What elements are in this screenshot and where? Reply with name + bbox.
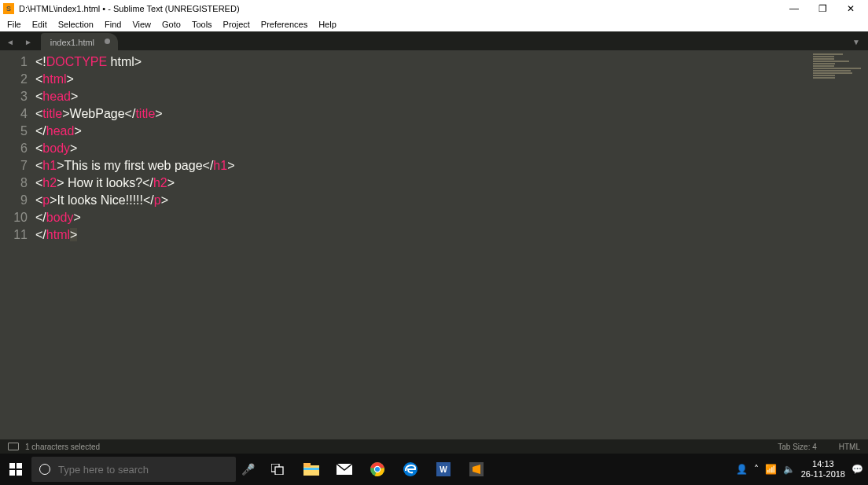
code-line[interactable]: <p>It looks Nice!!!!!</p>: [35, 192, 813, 209]
unsaved-dot-icon: [105, 39, 110, 44]
svg-rect-1: [17, 463, 22, 468]
svg-rect-3: [17, 470, 22, 476]
tray-chevron-up-icon[interactable]: ˄: [754, 464, 759, 475]
word-icon[interactable]: W: [429, 454, 458, 485]
code-content[interactable]: <!DOCTYPE html><html><head><title>WebPag…: [35, 50, 813, 439]
status-tabsize[interactable]: Tab Size: 4: [778, 443, 816, 451]
code-line[interactable]: </head>: [35, 123, 813, 140]
line-number: 5: [0, 123, 35, 140]
mail-icon[interactable]: [330, 454, 359, 485]
menubar: FileEditSelectionFindViewGotoToolsProjec…: [0, 17, 868, 31]
close-button[interactable]: ✕: [837, 3, 865, 14]
line-number: 4: [0, 105, 35, 123]
search-icon: [39, 464, 50, 475]
clock-time: 14:13: [801, 459, 845, 469]
menu-preferences[interactable]: Preferences: [256, 20, 313, 29]
taskbar-search[interactable]: [31, 457, 236, 482]
file-explorer-icon[interactable]: [297, 454, 326, 485]
editor-area[interactable]: 1234567891011 <!DOCTYPE html><html><head…: [0, 50, 868, 439]
minimize-button[interactable]: —: [780, 3, 808, 14]
nav-forward-icon[interactable]: ►: [18, 38, 36, 50]
panel-icon[interactable]: [8, 443, 19, 450]
line-number: 2: [0, 71, 35, 88]
app-logo-icon: S: [3, 3, 14, 14]
line-number: 6: [0, 140, 35, 157]
menu-goto[interactable]: Goto: [156, 20, 186, 29]
line-number: 1: [0, 53, 35, 71]
line-number: 10: [0, 209, 35, 226]
code-line[interactable]: <!DOCTYPE html>: [35, 53, 813, 71]
system-tray: 👤 ˄ 📶 🔈 14:13 26-11-2018 💬: [736, 459, 868, 479]
status-syntax[interactable]: HTML: [839, 443, 860, 451]
tab-label: index1.html: [50, 38, 94, 47]
svg-text:W: W: [440, 465, 447, 474]
svg-rect-2: [9, 470, 15, 476]
line-number: 9: [0, 192, 35, 209]
people-icon[interactable]: 👤: [736, 464, 748, 475]
tab-row: ◄ ► index1.html ▼: [0, 31, 868, 50]
menu-help[interactable]: Help: [313, 20, 342, 29]
svg-rect-7: [303, 463, 311, 467]
menu-tools[interactable]: Tools: [186, 20, 218, 29]
line-number: 8: [0, 175, 35, 192]
code-line[interactable]: <head>: [35, 88, 813, 105]
line-number: 7: [0, 157, 35, 175]
chrome-icon[interactable]: [363, 454, 392, 485]
taskbar-clock[interactable]: 14:13 26-11-2018: [801, 459, 845, 479]
notifications-icon[interactable]: 💬: [851, 464, 863, 475]
svg-rect-5: [275, 467, 283, 475]
code-line[interactable]: </html>: [35, 226, 813, 244]
task-view-icon[interactable]: [264, 454, 292, 485]
line-number: 11: [0, 226, 35, 244]
line-number: 3: [0, 88, 35, 105]
clock-date: 26-11-2018: [801, 469, 845, 479]
code-line[interactable]: <h1>This is my first web page</h1>: [35, 157, 813, 175]
code-line[interactable]: <body>: [35, 140, 813, 157]
line-gutter: 1234567891011: [0, 50, 35, 439]
menu-project[interactable]: Project: [218, 20, 256, 29]
titlebar: S D:\HTML\index1.html • - Sublime Text (…: [0, 0, 868, 17]
tab-active[interactable]: index1.html: [41, 33, 118, 50]
cortana-mic-icon[interactable]: 🎤: [236, 463, 259, 476]
taskbar: 🎤 W 👤 ˄ 📶 🔈 14:13 26-11-2018 💬: [0, 454, 868, 485]
network-icon[interactable]: 📶: [765, 464, 777, 475]
start-button[interactable]: [0, 454, 31, 485]
code-line[interactable]: <title>WebPage</title>: [35, 105, 813, 123]
tab-dropdown-icon[interactable]: ▼: [852, 38, 868, 50]
svg-rect-8: [303, 468, 319, 470]
edge-icon[interactable]: [396, 454, 425, 485]
menu-selection[interactable]: Selection: [53, 20, 99, 29]
status-selection: 1 characters selected: [25, 443, 756, 451]
svg-rect-0: [9, 463, 15, 468]
taskbar-apps: W: [264, 454, 491, 485]
volume-icon[interactable]: 🔈: [783, 464, 795, 475]
minimap[interactable]: [813, 50, 868, 439]
menu-find[interactable]: Find: [99, 20, 127, 29]
nav-back-icon[interactable]: ◄: [0, 38, 18, 50]
app-window: S D:\HTML\index1.html • - Sublime Text (…: [0, 0, 868, 454]
menu-file[interactable]: File: [2, 20, 27, 29]
menu-view[interactable]: View: [127, 20, 156, 29]
search-input[interactable]: [58, 464, 228, 476]
sublime-icon[interactable]: [462, 454, 491, 485]
menu-edit[interactable]: Edit: [27, 20, 53, 29]
code-line[interactable]: <h2> How it looks?</h2>: [35, 175, 813, 192]
code-line[interactable]: <html>: [35, 71, 813, 88]
window-title: D:\HTML\index1.html • - Sublime Text (UN…: [19, 4, 780, 13]
maximize-button[interactable]: ❐: [808, 3, 837, 14]
svg-point-14: [375, 467, 380, 472]
statusbar: 1 characters selected Tab Size: 4 HTML: [0, 439, 868, 454]
code-line[interactable]: </body>: [35, 209, 813, 226]
